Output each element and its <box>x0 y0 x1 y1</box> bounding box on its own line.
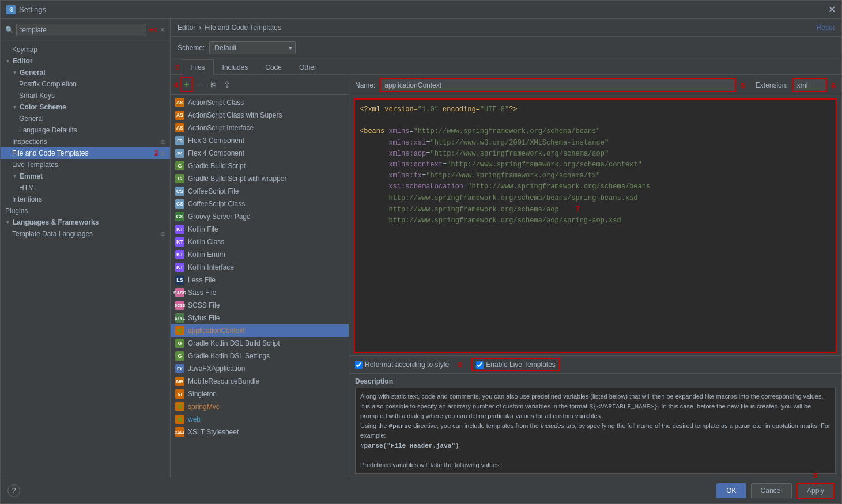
list-item[interactable]: G Gradle Build Script <box>171 160 349 172</box>
sidebar-item-langframeworks[interactable]: ▼ Languages & Frameworks <box>1 217 170 228</box>
sidebar-item-colorscheme[interactable]: ▼ Color Scheme <box>1 101 170 113</box>
file-name: ActionScript Interface <box>188 124 254 132</box>
list-item[interactable]: KT Kotlin Class <box>171 236 349 248</box>
copy-icon: ⧉ <box>161 138 165 146</box>
list-item[interactable]: F4 Flex 4 Component <box>171 147 349 160</box>
code-editor[interactable]: <?xml version="1.0" encoding="UTF-8"?> <… <box>354 98 837 353</box>
file-name: Flex 4 Component <box>188 149 244 157</box>
tab-code[interactable]: Code <box>256 59 290 75</box>
breadcrumb-separator: › <box>199 24 201 32</box>
list-item[interactable]: KT Kotlin Interface <box>171 261 349 274</box>
list-item[interactable]: XSLT XSLT Stylesheet <box>171 426 349 438</box>
list-item[interactable]: MR MobileResourceBundle <box>171 375 349 388</box>
list-item[interactable]: AS ActionScript Interface <box>171 122 349 134</box>
tab-files[interactable]: Files <box>182 59 213 75</box>
search-input[interactable] <box>16 24 146 36</box>
tab-other[interactable]: Other <box>290 59 325 75</box>
ext-input[interactable] <box>792 78 827 92</box>
name-input[interactable] <box>380 78 736 92</box>
sidebar-item-langdefaults[interactable]: Language Defaults <box>1 124 170 136</box>
sidebar-item-postfix[interactable]: Postfix Completion <box>1 78 170 90</box>
description-text[interactable]: Along with static text, code and comment… <box>355 388 836 474</box>
expand-icon: ▼ <box>12 104 17 110</box>
editor-label: Editor <box>13 57 33 65</box>
apply-button[interactable]: 9 ↓ Apply <box>796 483 835 499</box>
list-item[interactable]: CS CoffeeScript Class <box>171 198 349 210</box>
close-icon[interactable]: ✕ <box>828 4 836 15</box>
file-name: Gradle Kotlin DSL Settings <box>188 352 270 360</box>
list-item[interactable]: LS Less File <box>171 274 349 286</box>
list-item[interactable]: G Gradle Build Script with wrapper <box>171 172 349 185</box>
live-templates-checkbox-item[interactable]: Enable Live Templates <box>471 358 560 371</box>
list-item[interactable]: G Gradle Kotlin DSL Build Script <box>171 337 349 350</box>
sidebar-item-filecodetemplates[interactable]: File and Code Templates 2 ⧉ <box>1 147 170 159</box>
sidebar-item-keymap[interactable]: Keymap <box>1 44 170 55</box>
html-label: HTML <box>19 184 38 192</box>
intentions-label: Intentions <box>12 195 42 203</box>
file-icon: LS <box>175 275 184 285</box>
sidebar-item-general[interactable]: ▼ General <box>1 67 170 78</box>
sidebar-item-general2[interactable]: General <box>1 113 170 124</box>
list-item[interactable]: KT Kotlin Enum <box>171 248 349 261</box>
reset-link[interactable]: Reset <box>817 24 835 32</box>
sidebar: 🔍 ⇐1 ✕ Keymap ▼ Editor ▼ General <box>1 19 171 478</box>
ok-button[interactable]: OK <box>716 483 746 498</box>
sidebar-item-templatedatalangs[interactable]: Template Data Languages ⧉ <box>1 228 170 240</box>
tab-includes[interactable]: Includes <box>214 59 257 75</box>
copy-template-button[interactable]: ⎘ <box>208 78 218 91</box>
remove-template-button[interactable]: − <box>195 78 206 91</box>
main-content: 🔍 ⇐1 ✕ Keymap ▼ Editor ▼ General <box>1 19 841 478</box>
sidebar-item-smartkeys[interactable]: Smart Keys <box>1 90 170 101</box>
file-icon: G <box>175 161 184 170</box>
list-item[interactable]: F3 Flex 3 Component <box>171 134 349 147</box>
list-item[interactable]: SI Singleton <box>171 388 349 400</box>
scheme-select[interactable]: Default Project <box>209 41 296 54</box>
list-item[interactable]: SASS Sass File <box>171 286 349 299</box>
list-item[interactable]: GS Groovy Server Page <box>171 210 349 223</box>
sidebar-item-inspections[interactable]: Inspections ⧉ <box>1 136 170 147</box>
list-item[interactable]: CS CoffeeScript File <box>171 185 349 198</box>
list-item[interactable]: FX JavaFXApplication <box>171 362 349 375</box>
code-line: http://www.springframework.org/schema/ao… <box>360 215 831 226</box>
general2-label: General <box>19 115 44 123</box>
cancel-button[interactable]: Cancel <box>751 483 792 498</box>
sidebar-item-editor[interactable]: ▼ Editor <box>1 55 170 67</box>
file-name: Gradle Build Script with wrapper <box>188 175 286 183</box>
list-item-applicationcontext[interactable]: 🌿 applicationContext <box>171 324 349 337</box>
search-clear-icon[interactable]: ✕ <box>160 26 165 34</box>
add-template-button[interactable]: + <box>180 77 192 92</box>
footer: ? OK Cancel 9 ↓ Apply <box>1 478 841 503</box>
smartkeys-label: Smart Keys <box>19 92 55 100</box>
list-item[interactable]: AS ActionScript Class with Supers <box>171 109 349 122</box>
list-item[interactable]: SCSS SCSS File <box>171 299 349 312</box>
list-item-web[interactable]: 🌿 web <box>171 413 349 426</box>
sidebar-item-emmet[interactable]: ▼ Emmet <box>1 170 170 182</box>
file-icon: SCSS <box>175 301 184 310</box>
move-template-button[interactable]: ⇪ <box>221 78 233 91</box>
window-title: Settings <box>19 5 46 14</box>
apply-label: Apply <box>807 487 824 495</box>
sidebar-item-html[interactable]: HTML <box>1 182 170 194</box>
search-icon: 🔍 <box>5 26 14 34</box>
file-icon: KT <box>175 263 184 272</box>
file-name: Groovy Server Page <box>188 213 251 221</box>
sidebar-item-plugins[interactable]: Plugins <box>1 205 170 217</box>
scheme-label: Scheme: <box>178 44 205 52</box>
list-item[interactable]: AS ActionScript Class <box>171 96 349 109</box>
reformat-checkbox-item[interactable]: Reformat according to style <box>355 361 449 369</box>
file-icon: KT <box>175 237 184 247</box>
list-item[interactable]: G Gradle Kotlin DSL Settings <box>171 350 349 362</box>
list-item[interactable]: STYL Stylus File <box>171 312 349 324</box>
sidebar-item-livetemplates[interactable]: Live Templates <box>1 159 170 170</box>
scheme-row: Scheme: Default Project <box>171 37 841 59</box>
reformat-label: Reformat according to style <box>365 361 449 369</box>
file-name: web <box>188 415 201 423</box>
reformat-checkbox[interactable] <box>355 361 363 369</box>
live-templates-checkbox[interactable] <box>476 361 484 369</box>
list-item-springmvc[interactable]: 🌿 springMvc <box>171 400 349 413</box>
sidebar-item-intentions[interactable]: Intentions <box>1 194 170 205</box>
list-item[interactable]: KT Kotlin File <box>171 223 349 236</box>
file-icon: XSLT <box>175 427 184 437</box>
help-button[interactable]: ? <box>7 484 20 497</box>
file-icon: F4 <box>175 149 184 158</box>
